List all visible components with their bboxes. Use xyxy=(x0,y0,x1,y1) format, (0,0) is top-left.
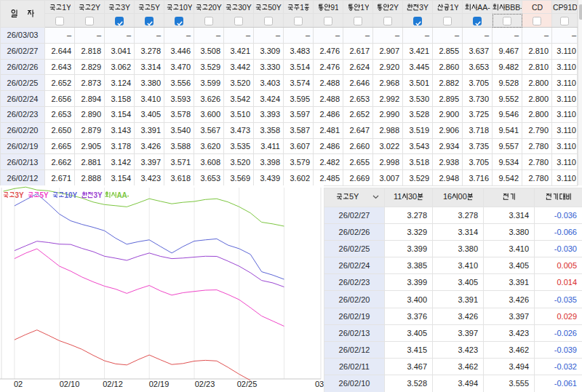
svg-text:BBB-: BBB- xyxy=(505,4,522,12)
svg-text:3Y: 3Y xyxy=(121,4,130,12)
svg-text:02/23: 02/23 xyxy=(195,380,215,388)
svg-text:10Y: 10Y xyxy=(64,191,77,199)
svg-text:AA-: AA- xyxy=(477,4,490,12)
svg-text:5Y: 5Y xyxy=(39,191,49,199)
svg-text:02/19: 02/19 xyxy=(149,380,170,388)
svg-text:5Y: 5Y xyxy=(349,193,359,201)
svg-text:50Y: 50Y xyxy=(268,4,282,12)
svg-text:20Y: 20Y xyxy=(208,4,222,12)
svg-text:30: 30 xyxy=(408,193,417,201)
svg-text:5Y: 5Y xyxy=(151,4,160,12)
svg-text:30Y: 30Y xyxy=(238,4,252,12)
svg-text:91: 91 xyxy=(330,4,338,12)
svg-text:02: 02 xyxy=(14,380,23,388)
svg-text:02/25: 02/25 xyxy=(237,380,258,388)
svg-text:2Y: 2Y xyxy=(389,4,399,12)
svg-text:3Y: 3Y xyxy=(93,191,103,199)
svg-text:AA-: AA- xyxy=(116,191,129,199)
svg-text:16: 16 xyxy=(443,193,452,201)
svg-text:02/10: 02/10 xyxy=(60,380,80,388)
svg-text:00: 00 xyxy=(458,193,466,201)
svg-text:3Y: 3Y xyxy=(15,191,24,199)
svg-text:1Y: 1Y xyxy=(450,4,458,12)
svg-text:CD: CD xyxy=(532,4,543,12)
svg-text:11: 11 xyxy=(394,193,402,201)
svg-text:3Y: 3Y xyxy=(419,4,428,12)
svg-text:03/03: 03/03 xyxy=(315,380,324,388)
svg-text:1Y: 1Y xyxy=(360,4,369,12)
svg-text:1Y: 1Y xyxy=(62,4,71,12)
svg-text:CP91D: CP91D xyxy=(553,4,577,12)
svg-text:10Y: 10Y xyxy=(179,4,192,12)
svg-text:02/12: 02/12 xyxy=(103,380,123,388)
svg-text:2Y: 2Y xyxy=(91,4,100,12)
svg-text:1: 1 xyxy=(300,4,304,12)
